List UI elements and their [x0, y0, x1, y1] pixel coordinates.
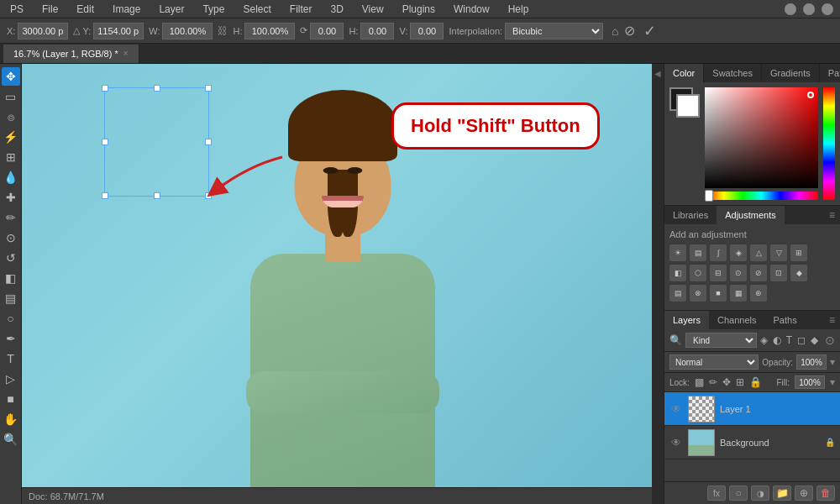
selective-color-icon[interactable]: ⊗ [690, 285, 706, 302]
lasso-tool[interactable]: ⌾ [2, 108, 20, 126]
filter-toggle-button[interactable]: ⊙ [825, 333, 835, 347]
transform-handle-top-left[interactable] [102, 85, 108, 92]
menu-3d[interactable]: 3D [327, 2, 346, 17]
channel-mixer-icon[interactable]: ⊟ [710, 265, 727, 281]
invert-icon[interactable]: ⊘ [750, 265, 767, 281]
threshold-icon[interactable]: ◆ [790, 265, 807, 281]
lock-pixels-icon[interactable]: ✏ [709, 376, 717, 388]
lock-all-icon[interactable]: 🔒 [749, 376, 762, 388]
h-input[interactable] [244, 23, 295, 39]
shape-tool[interactable]: ■ [2, 390, 20, 408]
gradient-fill-icon[interactable]: ▦ [730, 285, 747, 302]
minimize-button[interactable] [785, 3, 796, 15]
pixel-layer-filter-icon[interactable]: ◈ [760, 334, 768, 346]
hue-strip[interactable] [823, 87, 835, 200]
menu-type[interactable]: Type [199, 2, 228, 17]
menu-file[interactable]: File [39, 2, 61, 17]
transform-handle-middle-left[interactable] [102, 139, 108, 145]
transform-handle-top-middle[interactable] [154, 85, 160, 92]
tab-swatches[interactable]: Swatches [704, 64, 762, 82]
transform-handle-top-right[interactable] [205, 85, 212, 92]
angle-input[interactable] [310, 23, 344, 39]
fill-dropdown-icon[interactable]: ▾ [830, 376, 835, 388]
tab-patterns[interactable]: Patterns [820, 64, 840, 82]
w-input[interactable] [162, 23, 213, 39]
gradient-map-icon[interactable]: ▤ [669, 285, 686, 302]
color-lookup-icon[interactable]: ⊙ [730, 265, 747, 281]
brush-tool[interactable]: ✏ [2, 208, 20, 227]
adjustments-panel-menu-button[interactable]: ≡ [824, 209, 840, 221]
brightness-contrast-icon[interactable]: ☀ [669, 244, 686, 261]
heal-tool[interactable]: ✚ [2, 188, 20, 207]
tab-gradients[interactable]: Gradients [762, 64, 820, 82]
x-input[interactable] [18, 23, 68, 39]
new-group-button[interactable]: 📁 [773, 486, 791, 501]
maximize-button[interactable] [803, 3, 815, 15]
interpolation-select[interactable]: Bicubic Bilinear Nearest Neighbor [505, 23, 603, 39]
right-panel-collapse-button[interactable]: ◀ [652, 64, 664, 504]
tab-channels[interactable]: Channels [709, 311, 764, 329]
layers-kind-filter[interactable]: Kind [685, 333, 757, 348]
delete-layer-button[interactable]: 🗑 [816, 486, 835, 501]
pattern-fill-icon[interactable]: ⊛ [750, 285, 767, 302]
menu-select[interactable]: Select [239, 2, 274, 17]
type-tool[interactable]: T [2, 349, 20, 368]
eyedropper-tool[interactable]: 💧 [2, 168, 20, 186]
pen-tool[interactable]: ✒ [2, 329, 20, 348]
menu-help[interactable]: Help [505, 2, 533, 17]
hand-tool[interactable]: ✋ [2, 410, 20, 428]
black-white-icon[interactable]: ◧ [669, 265, 686, 281]
magic-wand-tool[interactable]: ⚡ [2, 128, 20, 146]
tab-close-button[interactable]: × [123, 49, 129, 58]
layer-item-background[interactable]: 👁 Background 🔒 [664, 426, 840, 459]
hue-slider[interactable] [705, 192, 818, 200]
layer-effects-button[interactable]: fx [707, 486, 726, 501]
cancel-transform-button[interactable]: ⊘ [624, 23, 635, 39]
background-color-swatch[interactable] [676, 94, 700, 118]
tab-layers[interactable]: Layers [664, 311, 709, 329]
new-adjustment-layer-button[interactable]: ◑ [751, 486, 769, 501]
solid-color-icon[interactable]: ■ [710, 285, 727, 302]
menu-view[interactable]: View [359, 2, 387, 17]
layers-panel-menu-button[interactable]: ≡ [824, 314, 840, 326]
fill-input[interactable] [795, 375, 825, 389]
menu-layer[interactable]: Layer [155, 2, 187, 17]
vibrance-icon[interactable]: △ [750, 244, 767, 261]
levels-icon[interactable]: ▤ [690, 244, 706, 261]
adjustment-layer-filter-icon[interactable]: ◐ [773, 334, 781, 346]
add-mask-button[interactable]: ○ [729, 486, 748, 501]
new-layer-button[interactable]: ⊕ [795, 486, 813, 501]
color-balance-icon[interactable]: ⊞ [790, 244, 807, 261]
link-icon[interactable]: ⛓ [218, 25, 228, 37]
lock-transparent-icon[interactable]: ▩ [695, 376, 704, 388]
background-visibility-toggle[interactable]: 👁 [669, 436, 683, 449]
menu-edit[interactable]: Edit [73, 2, 97, 17]
lock-position-icon[interactable]: ✥ [722, 376, 731, 388]
color-spectrum-box[interactable] [705, 87, 818, 188]
menu-plugins[interactable]: Plugins [399, 2, 438, 17]
curves-icon[interactable]: ∫ [710, 244, 727, 261]
y-input[interactable] [93, 23, 144, 39]
layer-item-layer1[interactable]: 👁 Layer 1 [664, 392, 840, 426]
move-tool[interactable]: ✥ [2, 67, 20, 86]
smart-object-filter-icon[interactable]: ◆ [811, 334, 818, 346]
opacity-dropdown-icon[interactable]: ▾ [830, 356, 835, 368]
transform-handle-bottom-left[interactable] [102, 192, 108, 199]
v-input[interactable] [410, 23, 444, 39]
history-brush-tool[interactable]: ↺ [2, 249, 20, 267]
posterize-icon[interactable]: ⊡ [770, 265, 787, 281]
menu-window[interactable]: Window [450, 2, 493, 17]
marquee-tool[interactable]: ▭ [2, 87, 20, 106]
tab-paths[interactable]: Paths [765, 311, 806, 329]
shape-layer-filter-icon[interactable]: ◻ [797, 334, 806, 346]
menu-image[interactable]: Image [109, 2, 144, 17]
menu-filter[interactable]: Filter [286, 2, 316, 17]
clone-tool[interactable]: ⊙ [2, 228, 20, 247]
warp-icon[interactable]: ⌂ [612, 24, 618, 38]
tab-adjustments[interactable]: Adjustments [717, 206, 785, 224]
lock-artboard-icon[interactable]: ⊞ [736, 376, 744, 388]
layer1-visibility-toggle[interactable]: 👁 [669, 402, 683, 416]
transform-handle-middle-right[interactable] [205, 139, 212, 145]
dodge-tool[interactable]: ○ [2, 309, 20, 328]
eraser-tool[interactable]: ◧ [2, 269, 20, 287]
